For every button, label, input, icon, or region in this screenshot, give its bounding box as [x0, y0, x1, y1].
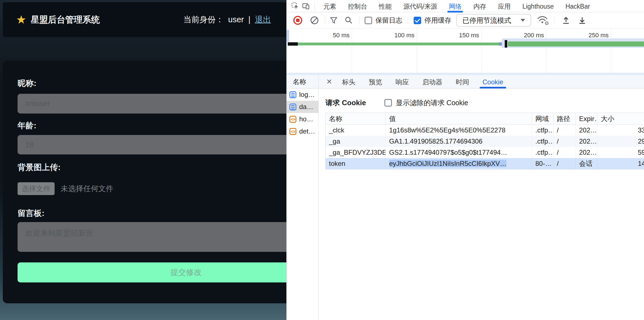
- tab-application[interactable]: 应用: [492, 0, 516, 12]
- tab-elements[interactable]: 元素: [318, 0, 342, 12]
- request-list-header[interactable]: 名称: [287, 75, 318, 88]
- tab-sources[interactable]: 源代码/来源: [397, 0, 443, 12]
- submit-button[interactable]: 提交修改: [18, 262, 286, 282]
- identity-label: 当前身份：: [183, 14, 224, 25]
- col-domain[interactable]: 网域: [532, 113, 553, 124]
- cookie-expires: 202…: [576, 136, 597, 147]
- cookie-domain: .ctfp…: [532, 147, 553, 158]
- cookie-domain: 80-…: [532, 158, 553, 169]
- upload-label: 背景图上传:: [18, 162, 61, 173]
- toolbar-separator-2: [359, 16, 360, 24]
- col-size[interactable]: 大小: [597, 113, 644, 124]
- admin-app-pane: 星盟后台管理系统 当前身份： user | 退出 昵称: 年龄: 背景图上传: …: [0, 0, 286, 320]
- record-network-icon[interactable]: [293, 16, 302, 25]
- age-label: 年龄:: [18, 120, 36, 131]
- preserve-log-checkbox[interactable]: [365, 17, 372, 24]
- network-toolbar: 保留日志 停用缓存 已停用节流模式 ⚙: [287, 12, 644, 29]
- request-cookie-header-row: 请求 Cookie 显示滤除的请求 Cookie: [325, 98, 468, 108]
- import-har-icon[interactable]: [560, 15, 572, 26]
- inspect-element-icon[interactable]: [289, 1, 301, 12]
- cookie-size: 143: [597, 158, 644, 169]
- tab-console[interactable]: 控制台: [342, 0, 373, 12]
- gridline: [417, 29, 417, 73]
- gridline: [546, 29, 547, 73]
- app-title-text: 星盟后台管理系统: [31, 14, 100, 26]
- ruler-label-50ms: 50 ms: [316, 32, 350, 39]
- col-path[interactable]: 路径: [553, 113, 576, 124]
- waterfall-bar-start: [288, 42, 298, 46]
- tab-network[interactable]: 网络: [443, 0, 467, 12]
- cookie-expires: 会话: [576, 158, 597, 169]
- tab-memory[interactable]: 内存: [467, 0, 492, 12]
- tab-lighthouse[interactable]: Lighthouse: [516, 0, 560, 12]
- col-value[interactable]: 值: [386, 113, 532, 124]
- export-har-icon[interactable]: [577, 15, 588, 26]
- throttling-dropdown[interactable]: 已停用节流模式: [456, 14, 531, 27]
- cookie-name: token: [326, 158, 386, 169]
- waterfall-bar: [288, 43, 501, 45]
- col-expires[interactable]: Expir…: [576, 113, 597, 124]
- cookie-row-token-selected[interactable]: token eyJhbGciOiJIUzI1NiIsInR5cCI6IkpXV……: [326, 158, 644, 169]
- cookie-value: GA1.1.491905825.1774694306: [386, 136, 532, 147]
- detail-tab-headers[interactable]: 标头: [335, 75, 362, 88]
- tab-hackbar[interactable]: HackBar: [560, 0, 596, 12]
- overview-left-handle[interactable]: [287, 29, 289, 42]
- cookie-row-ga[interactable]: _ga GA1.1.491905825.1774694306 .ctfp… / …: [326, 136, 644, 147]
- cookie-value: 1g16s8w%5E2%5Eg4s%5E0%5E2278: [386, 125, 532, 136]
- nickname-input[interactable]: [18, 94, 286, 114]
- disable-cache-checkbox[interactable]: [414, 17, 421, 24]
- show-filtered-cookies-checkbox[interactable]: [384, 99, 392, 107]
- request-row-login[interactable]: log…: [287, 88, 318, 101]
- gear-icon: ⚙: [545, 20, 549, 26]
- cookie-path: /: [553, 147, 576, 158]
- cookie-domain: .ctfp…: [532, 136, 553, 147]
- detail-tab-response[interactable]: 响应: [389, 75, 416, 88]
- document-icon: [289, 91, 296, 98]
- waterfall-bar2: [508, 41, 644, 46]
- throttling-value: 已停用节流模式: [462, 16, 511, 25]
- ruler-label-200ms: 200 ms: [511, 32, 544, 39]
- request-name: ho…: [299, 115, 313, 123]
- request-name: log…: [299, 91, 315, 99]
- cookie-value-selected-text: eyJhbGciOiJIUzI1NiIsInR5cCI6IkpXV…: [389, 160, 506, 167]
- network-conditions-icon[interactable]: ⚙: [537, 15, 548, 25]
- request-row-data-selected[interactable]: da…: [287, 101, 318, 113]
- search-icon[interactable]: [343, 15, 354, 26]
- gridline: [352, 29, 352, 73]
- identity-user: user: [228, 15, 244, 24]
- identity-divider: |: [248, 15, 250, 24]
- message-textarea[interactable]: [18, 222, 286, 252]
- age-input[interactable]: [18, 135, 286, 154]
- identity-group: 当前身份： user | 退出: [183, 14, 271, 25]
- detail-tab-initiator[interactable]: 启动器: [416, 75, 449, 88]
- request-row-detail[interactable]: det…: [287, 125, 318, 137]
- cookie-row-clck[interactable]: _clck 1g16s8w%5E2%5Eg4s%5E0%5E2278 .ctfp…: [326, 125, 644, 136]
- gridline: [481, 29, 482, 73]
- script-icon: [289, 116, 296, 123]
- request-details-pane: 标头 预览 响应 启动器 时间 Cookie 请求 Cookie 显示滤除的请求…: [319, 75, 644, 320]
- network-overview[interactable]: 50 ms 100 ms 150 ms 200 ms 250 ms: [287, 29, 644, 73]
- ruler-label-100ms: 100 ms: [381, 32, 414, 39]
- document-icon: [289, 104, 296, 110]
- detail-tab-timing[interactable]: 时间: [449, 75, 476, 88]
- detail-tab-preview[interactable]: 预览: [362, 75, 389, 88]
- request-row-home[interactable]: ho…: [287, 113, 318, 125]
- cookie-size: 33: [597, 125, 644, 136]
- device-toolbar-icon[interactable]: [301, 1, 312, 12]
- close-icon[interactable]: [323, 78, 335, 86]
- cookie-name: _clck: [326, 125, 386, 136]
- request-list: 名称 log… da… ho… det…: [287, 75, 319, 320]
- tab-performance[interactable]: 性能: [373, 0, 397, 12]
- clear-network-icon[interactable]: [311, 16, 318, 24]
- cookie-path: /: [553, 136, 576, 147]
- filter-icon[interactable]: [328, 15, 339, 26]
- cookie-row-ga-bfd[interactable]: _ga_BFDVYZJ3DE GS2.1.s1774940797$o5$g0$t…: [326, 147, 644, 158]
- cookie-size: 59: [597, 147, 644, 158]
- col-name[interactable]: 名称: [326, 113, 386, 124]
- logout-link[interactable]: 退出: [255, 14, 271, 25]
- choose-file-button[interactable]: 选择文件: [18, 182, 55, 195]
- cookie-size: 29: [597, 136, 644, 147]
- devtools-panel: 元素 控制台 性能 源代码/来源 网络 内存 应用 Lighthouse Hac…: [286, 0, 644, 320]
- waterfall-bar-cap: [499, 42, 502, 46]
- detail-tab-cookies[interactable]: Cookie: [476, 75, 510, 88]
